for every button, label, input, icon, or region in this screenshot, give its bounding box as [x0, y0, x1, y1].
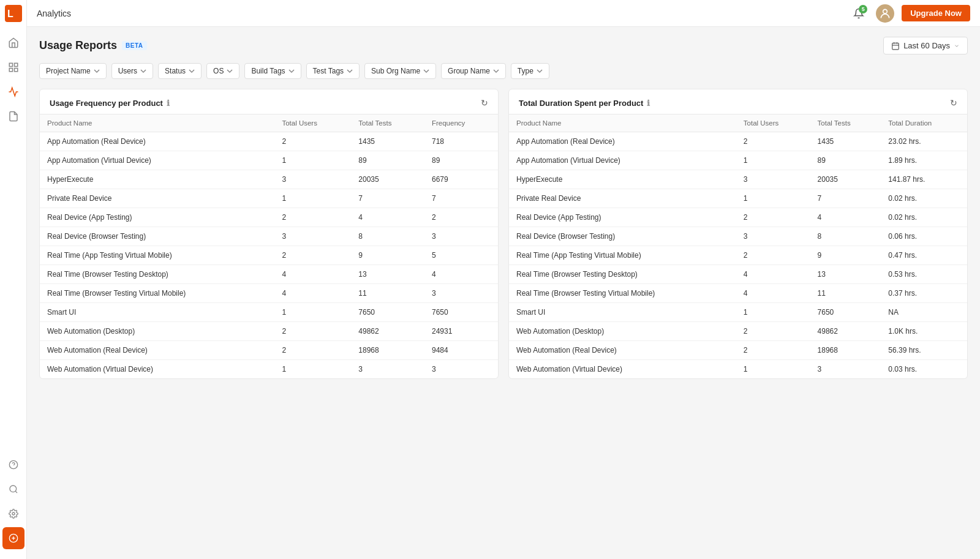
- data-cell: 3: [351, 360, 424, 379]
- orange-action-button[interactable]: [2, 527, 24, 549]
- data-cell: 2: [736, 341, 810, 360]
- product-name-cell: Real Time (Browser Testing Desktop): [40, 265, 274, 284]
- product-name-cell: Web Automation (Real Device): [40, 341, 274, 360]
- data-cell: 3: [274, 227, 351, 246]
- usage-reports-title: Usage Reports: [39, 39, 117, 52]
- usage-frequency-table: Product NameTotal UsersTotal TestsFreque…: [40, 114, 498, 378]
- usage-frequency-table-header-row: Product NameTotal UsersTotal TestsFreque…: [40, 114, 498, 132]
- filter-button-users[interactable]: Users: [111, 63, 153, 79]
- data-cell: 2: [274, 132, 351, 151]
- svg-point-14: [883, 9, 888, 13]
- sidebar-item-docs[interactable]: [2, 105, 24, 127]
- filter-button-test-tags[interactable]: Test Tags: [306, 63, 360, 79]
- usage-frequency-title: Usage Frequency per Product ℹ: [50, 99, 170, 108]
- data-cell: 4: [351, 208, 424, 227]
- usage-frequency-card: Usage Frequency per Product ℹ ↻ Product …: [39, 89, 499, 379]
- chevron-down-icon: [140, 68, 146, 74]
- date-filter-label: Last 60 Days: [903, 41, 950, 50]
- logo[interactable]: L: [5, 5, 22, 22]
- total-duration-table: Product NameTotal UsersTotal TestsTotal …: [509, 114, 967, 378]
- total-duration-info-icon[interactable]: ℹ: [647, 99, 650, 108]
- filter-button-os[interactable]: OS: [206, 63, 239, 79]
- filter-button-group-name[interactable]: Group Name: [441, 63, 506, 79]
- filter-button-build-tags[interactable]: Build Tags: [244, 63, 301, 79]
- filter-button-sub-org-name[interactable]: Sub Org Name: [364, 63, 436, 79]
- data-cell: 2: [736, 208, 810, 227]
- data-cell: 1: [736, 151, 810, 170]
- table-row: Private Real Device177: [40, 189, 498, 208]
- table-row: Real Device (Browser Testing)380.06 hrs.: [509, 227, 967, 246]
- product-name-cell: App Automation (Real Device): [40, 132, 274, 151]
- sidebar-item-grid[interactable]: [2, 56, 24, 78]
- table-row: Real Time (Browser Testing Virtual Mobil…: [40, 284, 498, 303]
- usage-frequency-refresh-icon[interactable]: ↻: [481, 98, 488, 108]
- data-cell: 13: [810, 265, 881, 284]
- data-cell: 4: [810, 208, 881, 227]
- usage-frequency-info-icon[interactable]: ℹ: [167, 99, 170, 108]
- data-cell: 5: [424, 246, 498, 265]
- table-row: Smart UI17650NA: [509, 303, 967, 322]
- page-header: Usage Reports BETA Last 60 Days: [39, 37, 968, 54]
- page-title: Analytics: [37, 9, 71, 18]
- data-cell: 18968: [810, 341, 881, 360]
- product-name-cell: Web Automation (Virtual Device): [40, 360, 274, 379]
- table-row: App Automation (Real Device)2143523.02 h…: [509, 132, 967, 151]
- table-row: Web Automation (Desktop)2498621.0K hrs.: [509, 322, 967, 341]
- total-dur-col-total-duration: Total Duration: [881, 114, 967, 132]
- product-name-cell: App Automation (Real Device): [509, 132, 736, 151]
- svg-point-10: [12, 512, 15, 515]
- table-row: Real Device (App Testing)240.02 hrs.: [509, 208, 967, 227]
- notification-badge: 5: [859, 5, 867, 13]
- filter-bar: Project Name Users Status OS Build Tags …: [39, 63, 968, 79]
- data-cell: 1: [736, 189, 810, 208]
- data-cell: 7650: [424, 303, 498, 322]
- table-row: Web Automation (Virtual Device)130.03 hr…: [509, 360, 967, 379]
- sidebar-item-analytics[interactable]: [2, 81, 24, 103]
- chevron-down-icon: [537, 68, 543, 74]
- table-row: Web Automation (Real Device)2189689484: [40, 341, 498, 360]
- data-cell: 718: [424, 132, 498, 151]
- table-row: Real Time (Browser Testing Desktop)4130.…: [509, 265, 967, 284]
- chevron-down-icon: [227, 68, 233, 74]
- settings-icon[interactable]: [2, 503, 24, 525]
- data-cell: 0.37 hrs.: [881, 284, 967, 303]
- product-name-cell: App Automation (Virtual Device): [509, 151, 736, 170]
- date-filter-button[interactable]: Last 60 Days: [883, 37, 968, 54]
- chevron-down-icon: [189, 68, 195, 74]
- data-cell: 1: [736, 303, 810, 322]
- tables-row: Usage Frequency per Product ℹ ↻ Product …: [39, 89, 968, 379]
- data-cell: 4: [736, 284, 810, 303]
- search-icon[interactable]: [2, 478, 24, 500]
- data-cell: 3: [424, 360, 498, 379]
- page: Usage Reports BETA Last 60 Days Project …: [27, 27, 980, 559]
- sidebar-item-home[interactable]: [2, 32, 24, 54]
- notifications-button[interactable]: 5: [849, 4, 869, 23]
- data-cell: 2: [736, 246, 810, 265]
- product-name-cell: HyperExecute: [40, 170, 274, 189]
- chevron-down-icon: [493, 68, 499, 74]
- chevron-down-icon: [347, 68, 353, 74]
- product-name-cell: Real Time (App Testing Virtual Mobile): [509, 246, 736, 265]
- data-cell: 7650: [351, 303, 424, 322]
- filter-button-status[interactable]: Status: [158, 63, 202, 79]
- data-cell: 1: [274, 151, 351, 170]
- table-row: HyperExecute320035141.87 hrs.: [509, 170, 967, 189]
- topbar: Analytics 5 Upgrade Now: [27, 0, 980, 27]
- data-cell: 7650: [810, 303, 881, 322]
- svg-rect-4: [9, 69, 12, 72]
- svg-rect-2: [9, 63, 12, 66]
- total-duration-refresh-icon[interactable]: ↻: [950, 98, 957, 108]
- upgrade-button[interactable]: Upgrade Now: [902, 5, 970, 21]
- data-cell: 0.02 hrs.: [881, 189, 967, 208]
- avatar[interactable]: [876, 4, 894, 23]
- data-cell: 11: [351, 284, 424, 303]
- data-cell: 2: [736, 132, 810, 151]
- main-content: Analytics 5 Upgrade Now Usage Reports BE…: [27, 0, 980, 559]
- data-cell: NA: [881, 303, 967, 322]
- filter-button-type[interactable]: Type: [511, 63, 549, 79]
- data-cell: 2: [274, 322, 351, 341]
- filter-button-project-name[interactable]: Project Name: [39, 63, 107, 79]
- data-cell: 9: [351, 246, 424, 265]
- data-cell: 49862: [351, 322, 424, 341]
- help-icon[interactable]: [2, 454, 24, 476]
